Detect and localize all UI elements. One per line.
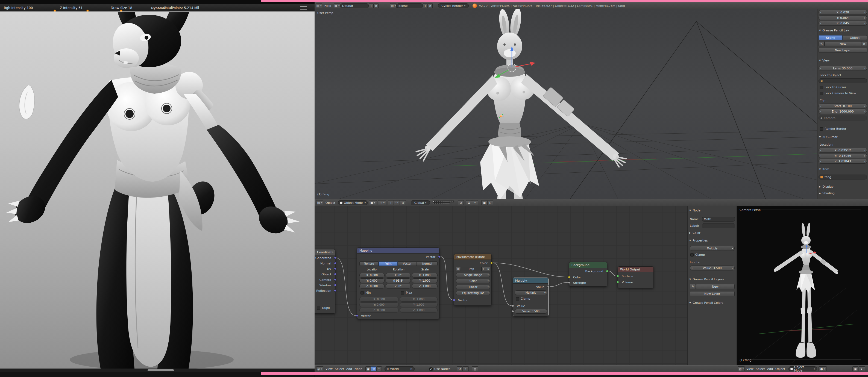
panel-header-color[interactable]: ▶Color (689, 231, 701, 235)
transform-z-slider[interactable]: Z: 0.045 (818, 21, 867, 26)
panel-header-gp-colors[interactable]: ▼Grease Pencil Colors (689, 301, 723, 305)
cam-render-anim-button[interactable]: ▸ (859, 366, 865, 371)
panel-header-node[interactable]: ▼Node (689, 209, 701, 212)
cam-add-menu[interactable]: Add (767, 367, 773, 371)
layout-delete-button[interactable]: × (374, 3, 378, 8)
panel-header-gp-layers[interactable]: ▼Grease Pencil Layers (689, 278, 724, 281)
scale-z-field[interactable]: Z: 1.000 (412, 284, 438, 288)
render-opengl-anim-button[interactable]: ▸ (487, 200, 493, 205)
min-z-field[interactable]: Z: 0.000 (360, 308, 399, 313)
layout-browse-button[interactable]: ▦▾ (334, 3, 340, 8)
location-x-field[interactable]: X: 0.000 (360, 273, 384, 278)
editor-type-3dview-icon[interactable]: ▧▾ (316, 200, 323, 205)
socket-strength-in[interactable] (568, 281, 570, 284)
node-editor[interactable]: Coordinate Generated Normal UV Object Ca… (315, 206, 687, 365)
panel-header-view[interactable]: ▼View (819, 59, 830, 62)
gp-source-scene-button[interactable]: Scene (818, 35, 843, 40)
manipulator-scale-toggle[interactable]: ▫ (400, 200, 406, 205)
z-intensity-slider[interactable]: Z Intensity 51 (60, 6, 83, 10)
render-opengl-button[interactable]: ▣ (481, 200, 487, 205)
socket-window[interactable] (334, 284, 336, 286)
snap-mode-select[interactable]: ▾ (463, 366, 469, 371)
scene-browse-button[interactable]: ▧▾ (390, 3, 397, 8)
gp-new-button[interactable]: New (825, 41, 861, 46)
cursor-z-slider[interactable]: Z: 1.01843 (818, 159, 867, 164)
node-header[interactable]: World Output (618, 266, 653, 272)
clip-start-slider[interactable]: Start: 0.100 (818, 103, 867, 108)
transform-y-slider[interactable]: Y: 0.064 (818, 15, 867, 20)
node-world-output[interactable]: World Output Surface Volume (618, 266, 654, 288)
cam-select-menu[interactable]: Select (756, 367, 765, 371)
socket-value1-in[interactable] (512, 305, 514, 307)
operation-select[interactable]: Multiply▾ (690, 246, 735, 251)
clamp-checkbox[interactable]: Clamp (516, 297, 530, 301)
snap-element-select[interactable]: ▾ (472, 200, 478, 205)
transform-x-slider[interactable]: X: 0.028 (818, 10, 867, 15)
node-select-menu[interactable]: Select (335, 367, 344, 371)
lock-object-field[interactable]: ▣ (818, 78, 867, 83)
cursor-y-slider[interactable]: Y: -0.16056 (818, 153, 867, 158)
render-border-checkbox[interactable]: Render Border (819, 127, 846, 131)
panel-header-3d-cursor[interactable]: ▼3D Cursor (819, 135, 837, 139)
node-label-field[interactable] (702, 223, 735, 228)
use-nodes-checkbox[interactable]: ✓Use Nodes (429, 367, 451, 371)
gp-source-object-button[interactable]: Object (843, 35, 867, 40)
gp-draw-icon-button[interactable]: ✎ (818, 41, 825, 46)
editor-type-info-icon[interactable]: ▤▾ (316, 3, 322, 8)
manipulator-rotate-toggle[interactable]: ◠ (394, 200, 400, 205)
socket-normal[interactable] (334, 262, 336, 264)
panel-header-item[interactable]: ▼Item (819, 167, 829, 171)
clamp-checkbox-sidebar[interactable]: Clamp (690, 253, 705, 256)
world-datablock-field[interactable]: ⊕World× (384, 366, 414, 371)
socket-vector-in[interactable] (356, 314, 358, 317)
clip-end-slider[interactable]: End: 1000.000 (818, 109, 867, 114)
lens-slider[interactable]: Lens: 35.000 (818, 66, 867, 71)
scene-name-field[interactable]: Scene (397, 3, 423, 8)
sculpt-canvas[interactable] (0, 12, 315, 369)
mapping-tab-point[interactable]: Point (378, 261, 398, 266)
cam-mode-select[interactable]: Object Mode▾ (788, 366, 817, 371)
socket-vector-out[interactable] (438, 255, 440, 258)
viewport-shading-select[interactable]: ●▾ (369, 200, 377, 205)
from-dupli-checkbox[interactable]: Dupli (317, 306, 330, 310)
input-value-2-slider[interactable]: Value: 3.500 (515, 309, 547, 314)
gp-draw-icon-button[interactable]: ✎ (690, 284, 696, 289)
cam-object-menu[interactable]: Object (775, 367, 785, 371)
render-engine-select[interactable]: Cycles Render▾ (438, 3, 469, 8)
snap-toggle[interactable]: Ω (457, 366, 463, 371)
cam-shading-select[interactable]: ●▾ (818, 366, 827, 371)
node-header[interactable]: Mapping (357, 248, 439, 253)
node-header[interactable]: Environment Texture (454, 254, 491, 260)
draw-size-slider[interactable]: Draw Size 18 (111, 6, 132, 10)
max-z-field[interactable]: Z: 1.000 (400, 308, 438, 313)
scale-y-field[interactable]: Y: 1.000 (412, 278, 438, 283)
gp-new-layer-button[interactable]: New Layer (818, 48, 867, 53)
scene-add-button[interactable]: + (423, 3, 428, 8)
socket-uv[interactable] (334, 268, 336, 270)
camera-viewport[interactable]: Camera Persp (1) fang (737, 206, 868, 365)
help-menu[interactable]: Help (324, 4, 331, 8)
manipulator-translate-toggle[interactable]: + (388, 200, 394, 205)
node-math-multiply[interactable]: Multiply Value Multiply▾ Clamp Value Val… (513, 278, 549, 316)
canvas-hscrollbar[interactable] (0, 369, 315, 372)
canvas-hscrollbar-handle[interactable] (148, 369, 174, 371)
panel-header-properties[interactable]: ▼Properties (689, 239, 708, 242)
socket-reflection[interactable] (334, 289, 336, 292)
mapping-tab-normal[interactable]: Normal (417, 261, 438, 266)
pivot-select[interactable]: ○▾ (378, 200, 386, 205)
layers-widget[interactable] (433, 200, 455, 205)
min-x-field[interactable]: X: 0.000 (360, 297, 399, 302)
node-mapping[interactable]: Mapping Vector Texture Point Vector Norm… (357, 248, 439, 319)
socket-camera[interactable] (334, 278, 336, 281)
math-operation-select[interactable]: Multiply▾ (515, 290, 547, 295)
location-z-field[interactable]: Z: 0.000 (360, 284, 384, 288)
socket-object[interactable] (334, 273, 336, 275)
socket-color-out[interactable] (490, 262, 493, 264)
layout-name-field[interactable]: Default (340, 3, 369, 8)
socket-value-out[interactable] (547, 285, 550, 288)
node-header[interactable]: Coordinate (315, 249, 335, 255)
snap-toggle[interactable]: Ω (466, 200, 472, 205)
node-texture-coordinate[interactable]: Coordinate Generated Normal UV Object Ca… (315, 249, 335, 314)
unlink-image-button[interactable]: × (486, 266, 490, 271)
min-y-field[interactable]: Y: 0.000 (360, 303, 399, 307)
